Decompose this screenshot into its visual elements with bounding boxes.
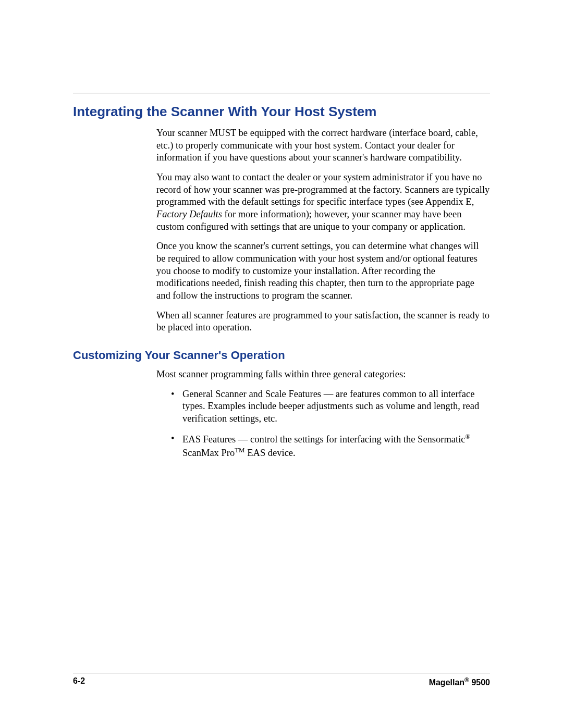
paragraph: You may also want to contact the dealer … bbox=[156, 171, 490, 233]
italic-text: Factory Defaults bbox=[156, 209, 222, 219]
page-content: Integrating the Scanner With Your Host S… bbox=[73, 93, 490, 466]
text: 9500 bbox=[469, 678, 490, 687]
text: Magellan bbox=[429, 678, 464, 687]
list-item: General Scanner and Scale Features — are… bbox=[171, 388, 490, 425]
text: EAS device. bbox=[245, 448, 296, 458]
text: General Scanner and Scale Features — are… bbox=[182, 389, 479, 424]
registered-mark: ® bbox=[464, 676, 469, 684]
subsection-body: Most scanner programming falls within th… bbox=[156, 368, 490, 459]
bullet-list: General Scanner and Scale Features — are… bbox=[171, 388, 490, 460]
registered-mark: ® bbox=[466, 433, 471, 440]
paragraph: When all scanner features are programmed… bbox=[156, 310, 490, 334]
paragraph: Your scanner MUST be equipped with the c… bbox=[156, 127, 490, 164]
list-item: EAS Features — control the settings for … bbox=[171, 433, 490, 460]
text: You may also want to contact the dealer … bbox=[156, 172, 489, 207]
paragraph: Most scanner programming falls within th… bbox=[156, 368, 490, 381]
footer-product: Magellan® 9500 bbox=[429, 676, 490, 687]
text: EAS Features — control the settings for … bbox=[182, 434, 466, 445]
page-footer: 6-2 Magellan® 9500 bbox=[73, 673, 490, 687]
section-body: Your scanner MUST be equipped with the c… bbox=[156, 127, 490, 334]
paragraph: Once you know the scanner's current sett… bbox=[156, 240, 490, 302]
footer-rule bbox=[73, 673, 490, 673]
heading-integrating: Integrating the Scanner With Your Host S… bbox=[73, 104, 490, 120]
footer-row: 6-2 Magellan® 9500 bbox=[73, 676, 490, 687]
page-number: 6-2 bbox=[73, 676, 85, 687]
trademark-mark: TM bbox=[235, 446, 244, 454]
text: ScanMax Pro bbox=[182, 448, 235, 458]
heading-customizing: Customizing Your Scanner's Operation bbox=[73, 349, 490, 362]
top-rule bbox=[73, 93, 490, 93]
